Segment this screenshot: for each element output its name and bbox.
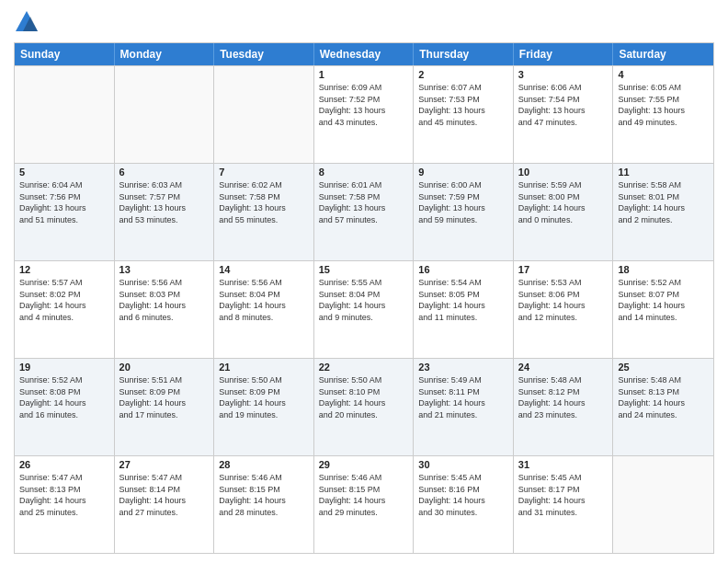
- calendar-cell: 21Sunrise: 5:50 AM Sunset: 8:09 PM Dayli…: [214, 359, 314, 455]
- day-number: 11: [618, 167, 709, 178]
- calendar-cell: 14Sunrise: 5:56 AM Sunset: 8:04 PM Dayli…: [214, 261, 314, 358]
- header-cell-wednesday: Wednesday: [314, 43, 415, 65]
- day-number: 29: [319, 459, 409, 470]
- day-info: Sunrise: 5:47 AM Sunset: 8:14 PM Dayligh…: [119, 472, 210, 518]
- calendar-cell: 3Sunrise: 6:06 AM Sunset: 7:54 PM Daylig…: [514, 66, 614, 163]
- header-cell-monday: Monday: [115, 43, 215, 65]
- day-number: 26: [19, 459, 109, 470]
- day-info: Sunrise: 5:50 AM Sunset: 8:10 PM Dayligh…: [319, 374, 409, 420]
- day-number: 28: [219, 459, 309, 470]
- calendar-cell: 23Sunrise: 5:49 AM Sunset: 8:11 PM Dayli…: [414, 359, 514, 455]
- day-info: Sunrise: 6:03 AM Sunset: 7:57 PM Dayligh…: [119, 179, 210, 225]
- day-info: Sunrise: 6:05 AM Sunset: 7:55 PM Dayligh…: [618, 82, 709, 128]
- calendar-cell: 27Sunrise: 5:47 AM Sunset: 8:14 PM Dayli…: [115, 456, 215, 553]
- calendar-cell: [214, 66, 314, 163]
- calendar-row-2: 5Sunrise: 6:04 AM Sunset: 7:56 PM Daylig…: [15, 163, 713, 260]
- day-number: 7: [219, 167, 309, 178]
- calendar-cell: 11Sunrise: 5:58 AM Sunset: 8:01 PM Dayli…: [613, 164, 713, 260]
- calendar-cell: [613, 456, 713, 553]
- calendar-cell: 17Sunrise: 5:53 AM Sunset: 8:06 PM Dayli…: [514, 261, 614, 358]
- day-number: 6: [119, 167, 210, 178]
- day-info: Sunrise: 5:56 AM Sunset: 8:04 PM Dayligh…: [219, 277, 309, 323]
- logo-icon: [14, 9, 40, 35]
- calendar-cell: 20Sunrise: 5:51 AM Sunset: 8:09 PM Dayli…: [115, 359, 215, 455]
- header-cell-friday: Friday: [514, 43, 614, 65]
- day-number: 1: [319, 69, 409, 80]
- day-info: Sunrise: 6:01 AM Sunset: 7:58 PM Dayligh…: [319, 179, 409, 225]
- day-info: Sunrise: 5:59 AM Sunset: 8:00 PM Dayligh…: [518, 179, 609, 225]
- calendar-cell: 25Sunrise: 5:48 AM Sunset: 8:13 PM Dayli…: [613, 359, 713, 455]
- calendar-cell: 31Sunrise: 5:45 AM Sunset: 8:17 PM Dayli…: [514, 456, 614, 553]
- day-info: Sunrise: 6:00 AM Sunset: 7:59 PM Dayligh…: [418, 179, 508, 225]
- day-info: Sunrise: 5:46 AM Sunset: 8:15 PM Dayligh…: [219, 472, 309, 518]
- calendar-cell: 13Sunrise: 5:56 AM Sunset: 8:03 PM Dayli…: [115, 261, 215, 358]
- day-info: Sunrise: 5:52 AM Sunset: 8:08 PM Dayligh…: [19, 374, 109, 420]
- day-info: Sunrise: 5:54 AM Sunset: 8:05 PM Dayligh…: [418, 277, 508, 323]
- day-info: Sunrise: 5:57 AM Sunset: 8:02 PM Dayligh…: [19, 277, 109, 323]
- day-info: Sunrise: 5:49 AM Sunset: 8:11 PM Dayligh…: [418, 374, 508, 420]
- calendar-cell: 29Sunrise: 5:46 AM Sunset: 8:15 PM Dayli…: [314, 456, 415, 553]
- day-info: Sunrise: 6:04 AM Sunset: 7:56 PM Dayligh…: [19, 179, 109, 225]
- header-cell-sunday: Sunday: [15, 43, 115, 65]
- day-number: 22: [319, 362, 409, 373]
- day-number: 19: [19, 362, 109, 373]
- day-number: 23: [418, 362, 508, 373]
- calendar: SundayMondayTuesdayWednesdayThursdayFrid…: [14, 42, 714, 554]
- day-info: Sunrise: 5:46 AM Sunset: 8:15 PM Dayligh…: [319, 472, 409, 518]
- calendar-header-row: SundayMondayTuesdayWednesdayThursdayFrid…: [15, 43, 713, 65]
- day-number: 2: [418, 69, 508, 80]
- day-number: 3: [518, 69, 609, 80]
- day-number: 5: [19, 167, 109, 178]
- day-number: 16: [418, 264, 508, 275]
- header-cell-tuesday: Tuesday: [214, 43, 314, 65]
- header-cell-saturday: Saturday: [613, 43, 713, 65]
- calendar-cell: 4Sunrise: 6:05 AM Sunset: 7:55 PM Daylig…: [613, 66, 713, 163]
- calendar-cell: [115, 66, 215, 163]
- calendar-cell: 6Sunrise: 6:03 AM Sunset: 7:57 PM Daylig…: [115, 164, 215, 260]
- calendar-cell: 30Sunrise: 5:45 AM Sunset: 8:16 PM Dayli…: [414, 456, 514, 553]
- calendar-cell: [15, 66, 115, 163]
- calendar-row-4: 19Sunrise: 5:52 AM Sunset: 8:08 PM Dayli…: [15, 358, 713, 455]
- calendar-cell: 19Sunrise: 5:52 AM Sunset: 8:08 PM Dayli…: [15, 359, 115, 455]
- day-info: Sunrise: 5:58 AM Sunset: 8:01 PM Dayligh…: [618, 179, 709, 225]
- day-number: 27: [119, 459, 210, 470]
- calendar-cell: 12Sunrise: 5:57 AM Sunset: 8:02 PM Dayli…: [15, 261, 115, 358]
- calendar-cell: 18Sunrise: 5:52 AM Sunset: 8:07 PM Dayli…: [613, 261, 713, 358]
- day-number: 17: [518, 264, 609, 275]
- logo: [14, 9, 43, 35]
- day-number: 9: [418, 167, 508, 178]
- day-number: 31: [518, 459, 609, 470]
- calendar-row-1: 1Sunrise: 6:09 AM Sunset: 7:52 PM Daylig…: [15, 65, 713, 163]
- day-number: 13: [119, 264, 210, 275]
- page: SundayMondayTuesdayWednesdayThursdayFrid…: [0, 0, 728, 563]
- calendar-row-5: 26Sunrise: 5:47 AM Sunset: 8:13 PM Dayli…: [15, 455, 713, 553]
- calendar-cell: 5Sunrise: 6:04 AM Sunset: 7:56 PM Daylig…: [15, 164, 115, 260]
- day-info: Sunrise: 6:02 AM Sunset: 7:58 PM Dayligh…: [219, 179, 309, 225]
- day-number: 8: [319, 167, 409, 178]
- calendar-cell: 1Sunrise: 6:09 AM Sunset: 7:52 PM Daylig…: [314, 66, 415, 163]
- day-info: Sunrise: 6:07 AM Sunset: 7:53 PM Dayligh…: [418, 82, 508, 128]
- day-number: 21: [219, 362, 309, 373]
- day-info: Sunrise: 5:48 AM Sunset: 8:13 PM Dayligh…: [618, 374, 709, 420]
- day-number: 10: [518, 167, 609, 178]
- day-number: 18: [618, 264, 709, 275]
- calendar-cell: 24Sunrise: 5:48 AM Sunset: 8:12 PM Dayli…: [514, 359, 614, 455]
- day-number: 24: [518, 362, 609, 373]
- day-info: Sunrise: 5:56 AM Sunset: 8:03 PM Dayligh…: [119, 277, 210, 323]
- header-cell-thursday: Thursday: [414, 43, 514, 65]
- header: [14, 9, 714, 35]
- day-info: Sunrise: 5:47 AM Sunset: 8:13 PM Dayligh…: [19, 472, 109, 518]
- day-info: Sunrise: 5:52 AM Sunset: 8:07 PM Dayligh…: [618, 277, 709, 323]
- calendar-cell: 15Sunrise: 5:55 AM Sunset: 8:04 PM Dayli…: [314, 261, 415, 358]
- day-info: Sunrise: 6:06 AM Sunset: 7:54 PM Dayligh…: [518, 82, 609, 128]
- calendar-row-3: 12Sunrise: 5:57 AM Sunset: 8:02 PM Dayli…: [15, 260, 713, 358]
- day-number: 12: [19, 264, 109, 275]
- day-info: Sunrise: 6:09 AM Sunset: 7:52 PM Dayligh…: [319, 82, 409, 128]
- calendar-cell: 10Sunrise: 5:59 AM Sunset: 8:00 PM Dayli…: [514, 164, 614, 260]
- calendar-cell: 26Sunrise: 5:47 AM Sunset: 8:13 PM Dayli…: [15, 456, 115, 553]
- calendar-cell: 2Sunrise: 6:07 AM Sunset: 7:53 PM Daylig…: [414, 66, 514, 163]
- day-info: Sunrise: 5:51 AM Sunset: 8:09 PM Dayligh…: [119, 374, 210, 420]
- day-info: Sunrise: 5:45 AM Sunset: 8:17 PM Dayligh…: [518, 472, 609, 518]
- day-info: Sunrise: 5:45 AM Sunset: 8:16 PM Dayligh…: [418, 472, 508, 518]
- day-info: Sunrise: 5:53 AM Sunset: 8:06 PM Dayligh…: [518, 277, 609, 323]
